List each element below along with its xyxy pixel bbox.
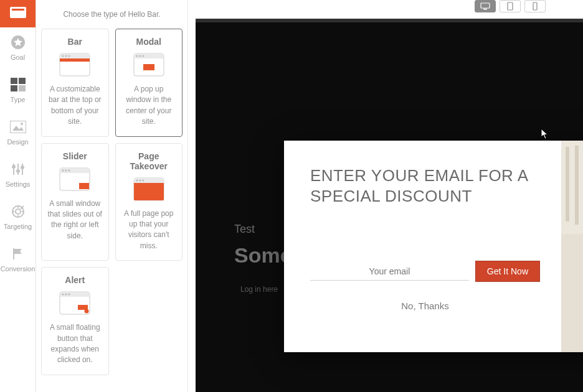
cta-button[interactable]: Get It Now bbox=[475, 261, 540, 282]
desktop-icon bbox=[480, 2, 490, 10]
decline-link[interactable]: No, Thanks bbox=[310, 301, 540, 311]
svg-rect-54 bbox=[561, 141, 583, 234]
left-nav-rail: Goal Type Design Settings Targeting bbox=[0, 0, 36, 392]
modal-thumb-icon bbox=[133, 53, 164, 77]
bg-subtitle: Test bbox=[234, 223, 292, 236]
grid-icon bbox=[9, 76, 27, 93]
nav-type[interactable]: Type bbox=[0, 70, 36, 112]
nav-settings-label: Settings bbox=[6, 180, 31, 188]
nav-settings[interactable]: Settings bbox=[0, 154, 36, 197]
svg-rect-52 bbox=[533, 2, 537, 10]
type-card-slider[interactable]: Slider A small window that slides out of… bbox=[41, 143, 109, 261]
svg-point-26 bbox=[136, 55, 138, 57]
svg-rect-41 bbox=[134, 183, 164, 200]
type-config-panel: Choose the type of Hello Bar. Bar A cust… bbox=[36, 0, 188, 392]
bar-thumb-icon bbox=[59, 53, 90, 77]
alert-thumb-icon bbox=[59, 291, 90, 315]
image-icon bbox=[9, 118, 27, 136]
type-card-bar[interactable]: Bar A customizable bar at the top or bot… bbox=[41, 29, 109, 137]
target-icon bbox=[9, 203, 27, 220]
svg-rect-7 bbox=[10, 121, 26, 133]
preview-background-content: Test Some Log in here bbox=[234, 223, 292, 294]
svg-point-22 bbox=[69, 55, 70, 57]
svg-point-39 bbox=[139, 179, 141, 181]
logo-icon bbox=[9, 4, 27, 21]
tablet-icon bbox=[507, 2, 513, 11]
bg-heading: Some bbox=[234, 243, 292, 268]
type-card-title: Page Takeover bbox=[121, 151, 178, 171]
svg-rect-23 bbox=[60, 58, 90, 62]
modal-image bbox=[561, 141, 583, 352]
svg-rect-35 bbox=[79, 183, 89, 189]
svg-point-46 bbox=[69, 294, 70, 296]
sliders-icon bbox=[9, 161, 27, 178]
nav-targeting[interactable]: Targeting bbox=[0, 197, 36, 239]
email-input[interactable] bbox=[310, 263, 469, 281]
preview-modal: ENTER YOUR EMAIL FOR A SPECIAL DISCOUNT … bbox=[284, 141, 583, 352]
svg-rect-6 bbox=[19, 85, 26, 91]
panel-subtitle: Choose the type of Hello Bar. bbox=[41, 10, 182, 19]
svg-rect-1 bbox=[12, 9, 24, 11]
svg-rect-4 bbox=[19, 78, 26, 84]
type-card-desc: A pop up window in the center of your si… bbox=[121, 84, 178, 128]
device-tablet-button[interactable] bbox=[500, 0, 521, 12]
svg-point-34 bbox=[69, 169, 70, 171]
svg-rect-25 bbox=[134, 54, 164, 58]
type-card-desc: A customizable bar at the top or bottom … bbox=[47, 84, 103, 128]
cursor-icon bbox=[541, 128, 549, 139]
svg-point-27 bbox=[139, 55, 141, 57]
svg-rect-49 bbox=[481, 3, 490, 8]
modal-headline: ENTER YOUR EMAIL FOR A SPECIAL DISCOUNT bbox=[310, 166, 540, 206]
type-card-desc: A full page pop up that your visitors ca… bbox=[121, 208, 178, 252]
svg-point-44 bbox=[62, 294, 64, 296]
svg-point-14 bbox=[16, 169, 20, 173]
svg-rect-19 bbox=[60, 54, 90, 58]
svg-rect-50 bbox=[483, 9, 487, 10]
type-card-page-takeover[interactable]: Page Takeover A full page pop up that yo… bbox=[115, 143, 183, 261]
svg-point-17 bbox=[16, 209, 21, 214]
type-card-title: Alert bbox=[47, 275, 103, 285]
svg-point-48 bbox=[85, 309, 89, 314]
nav-targeting-label: Targeting bbox=[4, 223, 32, 230]
preview-area: Test Some Log in here ENTER YOUR EMAIL F… bbox=[188, 0, 583, 392]
preview-device-toolbar bbox=[188, 0, 583, 19]
nav-conversion[interactable]: Conversion bbox=[0, 239, 36, 281]
flag-icon bbox=[9, 245, 27, 263]
type-card-title: Modal bbox=[121, 37, 178, 47]
device-desktop-button[interactable] bbox=[475, 0, 496, 12]
type-card-desc: A small floating button that expands whe… bbox=[47, 322, 103, 366]
type-card-title: Bar bbox=[47, 37, 103, 47]
svg-rect-3 bbox=[11, 78, 17, 84]
star-icon bbox=[9, 34, 27, 51]
device-mobile-button[interactable] bbox=[524, 0, 546, 12]
svg-rect-43 bbox=[60, 292, 90, 297]
nav-logo-item[interactable] bbox=[0, 0, 36, 27]
svg-rect-37 bbox=[134, 178, 164, 183]
svg-point-9 bbox=[21, 123, 23, 125]
svg-marker-8 bbox=[12, 126, 24, 131]
type-card-alert[interactable]: Alert A small floating button that expan… bbox=[41, 267, 109, 375]
type-card-title: Slider bbox=[47, 151, 103, 161]
svg-point-28 bbox=[142, 55, 144, 57]
svg-rect-31 bbox=[60, 168, 90, 173]
svg-point-38 bbox=[136, 179, 138, 181]
svg-point-33 bbox=[65, 169, 67, 171]
modal-form: Get It Now bbox=[310, 261, 540, 282]
svg-point-20 bbox=[62, 55, 64, 57]
type-card-modal[interactable]: Modal A pop up window in the center of y… bbox=[115, 29, 183, 137]
svg-rect-0 bbox=[10, 7, 26, 18]
nav-design[interactable]: Design bbox=[0, 112, 36, 154]
nav-type-label: Type bbox=[11, 96, 26, 103]
nav-design-label: Design bbox=[7, 138, 28, 146]
svg-point-13 bbox=[12, 165, 16, 169]
takeover-thumb-icon bbox=[133, 177, 164, 201]
svg-point-21 bbox=[65, 55, 67, 57]
svg-rect-5 bbox=[11, 85, 17, 91]
slider-thumb-icon bbox=[59, 167, 90, 191]
nav-goal[interactable]: Goal bbox=[0, 27, 36, 70]
svg-point-32 bbox=[62, 169, 64, 171]
nav-goal-label: Goal bbox=[11, 54, 25, 61]
nav-conversion-label: Conversion bbox=[1, 265, 36, 273]
svg-point-40 bbox=[142, 179, 144, 181]
type-card-desc: A small window that slides out of the ri… bbox=[47, 198, 103, 242]
